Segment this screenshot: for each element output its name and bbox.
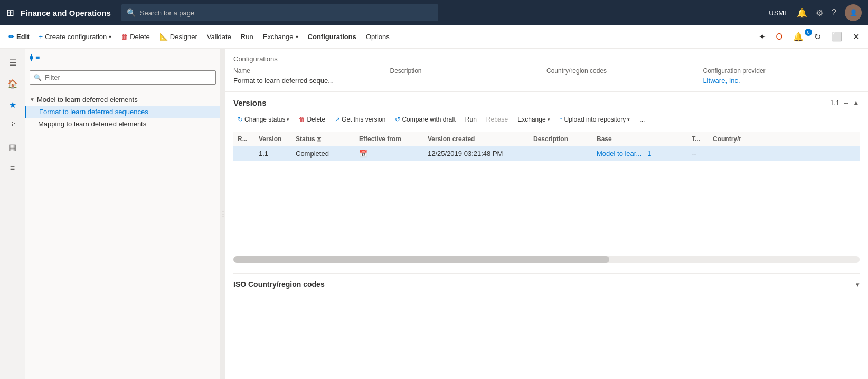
avatar[interactable]: 👤 — [845, 4, 862, 21]
close-icon[interactable]: ✕ — [848, 29, 864, 45]
grid-icon[interactable]: ⊞ — [6, 7, 14, 19]
exchange-button[interactable]: Exchange ▾ — [259, 30, 303, 44]
upload-button[interactable]: ↑ Upload into repository ▾ — [555, 114, 635, 125]
refresh-icon[interactable]: ↻ — [810, 29, 825, 45]
tree-child-item-2[interactable]: Mapping to learn deferred elements — [25, 118, 220, 130]
customize-icon[interactable]: ✦ — [754, 29, 770, 45]
cell-effective: 📅 — [355, 146, 423, 161]
plus-icon: + — [39, 33, 43, 41]
config-description-field: Description — [390, 67, 547, 87]
col-country: Country/r — [709, 132, 860, 146]
sidebar-icon-list[interactable]: ≡ — [3, 159, 22, 178]
versions-title: Versions — [233, 98, 267, 107]
splitter[interactable]: ⋮ — [221, 49, 225, 379]
iso-title: ISO Country/region codes — [233, 280, 325, 289]
table-row[interactable]: 1.1 Completed 📅 12/25/2019 03:21:48 PM M… — [233, 146, 860, 161]
collapse-arrow-icon: ▼ — [30, 97, 35, 103]
versions-header: Versions 1.1 -- ▲ — [233, 92, 860, 112]
base-version-link[interactable]: 1 — [647, 150, 651, 158]
create-configuration-button[interactable]: + Create configuration ▾ — [35, 30, 116, 44]
search-placeholder: Search for a page — [140, 9, 194, 17]
get-version-button[interactable]: ↗ Get this version — [331, 114, 390, 125]
search-bar[interactable]: 🔍 Search for a page — [121, 4, 438, 21]
calendar-icon[interactable]: 📅 — [359, 150, 367, 158]
cell-t: -- — [687, 146, 709, 161]
iso-section: ISO Country/region codes ▾ — [233, 273, 860, 295]
iso-header[interactable]: ISO Country/region codes ▾ — [233, 280, 860, 289]
tree-content: ▼ Model to learn deferred elements Forma… — [25, 89, 220, 379]
col-description: Description — [529, 132, 592, 146]
edit-button[interactable]: ✏ Edit — [4, 30, 34, 44]
exchange-chevron-icon: ▾ — [296, 34, 298, 40]
validate-button[interactable]: Validate — [203, 30, 235, 44]
app-title: Finance and Operations — [21, 8, 111, 17]
top-nav-right: USMF 🔔 ⚙ ? 👤 — [769, 4, 862, 21]
version-number: 1.1 — [830, 99, 839, 107]
tree-parent-item[interactable]: ▼ Model to learn deferred elements — [25, 94, 220, 106]
more-button[interactable]: ... — [635, 114, 649, 125]
versions-delete-icon: 🗑 — [299, 116, 305, 123]
config-provider-label: Configuration provider — [703, 67, 852, 75]
maximize-icon[interactable]: ⬜ — [827, 29, 846, 45]
tree-parent-label: Model to learn deferred elements — [37, 96, 138, 104]
versions-run-button[interactable]: Run — [461, 114, 481, 125]
status-filter-icon[interactable]: ⧖ — [317, 135, 321, 143]
versions-separator: -- — [844, 99, 848, 107]
iso-collapse-button[interactable]: ▾ — [856, 281, 860, 289]
designer-button[interactable]: 📐 Designer — [155, 30, 202, 44]
settings-icon[interactable]: ⚙ — [816, 8, 823, 18]
config-provider-value[interactable]: Litware, Inc. — [703, 77, 852, 87]
designer-icon: 📐 — [159, 33, 168, 41]
versions-exchange-button[interactable]: Exchange ▾ — [513, 114, 554, 125]
base-link[interactable]: Model to lear... — [597, 150, 641, 158]
filter-icon: ⧫ — [30, 53, 33, 61]
help-icon[interactable]: ? — [832, 8, 836, 17]
versions-table: R... Version Status ⧖ Effective from Ver… — [233, 132, 860, 161]
horizontal-scrollbar[interactable] — [233, 256, 860, 263]
sidebar-icon-star[interactable]: ★ — [3, 95, 22, 114]
config-fields: Name Format to learn deferred seque... D… — [233, 67, 860, 87]
notification-icon[interactable]: 🔔 — [797, 8, 807, 18]
change-status-icon: ↻ — [238, 116, 243, 123]
config-country-value — [546, 77, 695, 87]
list-icon: ≡ — [35, 53, 40, 61]
cell-country — [709, 146, 860, 161]
rebase-button[interactable]: Rebase — [482, 114, 512, 125]
sidebar-icon-hamburger[interactable]: ☰ — [3, 53, 22, 72]
col-version: Version — [254, 132, 291, 146]
versions-table-body: 1.1 Completed 📅 12/25/2019 03:21:48 PM M… — [233, 146, 860, 161]
create-chevron-icon: ▾ — [109, 34, 111, 40]
versions-collapse-button[interactable]: ▲ — [853, 99, 860, 107]
office-icon[interactable]: O — [772, 29, 787, 45]
tree-filter-input[interactable] — [30, 70, 216, 85]
change-status-button[interactable]: ↻ Change status ▾ — [233, 114, 294, 125]
tree-child-2-label: Mapping to learn deferred elements — [38, 120, 146, 128]
col-t: T... — [687, 132, 709, 146]
delete-button[interactable]: 🗑 Delete — [117, 30, 154, 44]
upload-icon: ↑ — [560, 116, 563, 123]
compare-icon: ↺ — [395, 116, 400, 123]
sidebar-icons: ☰ 🏠 ★ ⏱ ▦ ≡ — [0, 49, 25, 379]
action-bar-right: ✦ O 🔔 0 ↻ ⬜ ✕ — [754, 29, 864, 45]
cell-created: 12/25/2019 03:21:48 PM — [423, 146, 529, 161]
configurations-button[interactable]: Configurations — [304, 30, 361, 44]
config-description-label: Description — [390, 67, 539, 75]
top-navigation: ⊞ Finance and Operations 🔍 Search for a … — [0, 0, 868, 25]
tree-child-item-1[interactable]: Format to learn deferred sequences — [25, 106, 220, 118]
alert-badge: 0 — [805, 29, 812, 36]
run-button[interactable]: Run — [237, 30, 258, 44]
scrollbar-thumb — [233, 256, 609, 263]
sidebar-icon-recent[interactable]: ⏱ — [3, 116, 22, 135]
compare-button[interactable]: ↺ Compare with draft — [391, 114, 459, 125]
cell-version: 1.1 — [254, 146, 291, 161]
config-country-label: Country/region codes — [546, 67, 695, 75]
tree-filter-section: 🔍 — [25, 66, 220, 89]
sidebar-icon-workspaces[interactable]: ▦ — [3, 137, 22, 156]
sidebar-icon-home[interactable]: 🏠 — [3, 74, 22, 93]
cell-status: Completed — [291, 146, 355, 161]
options-button[interactable]: Options — [362, 30, 394, 44]
col-status: Status ⧖ — [291, 132, 355, 146]
col-base: Base — [592, 132, 687, 146]
versions-delete-button[interactable]: 🗑 Delete — [295, 114, 329, 125]
action-bar: ✏ Edit + Create configuration ▾ 🗑 Delete… — [0, 25, 868, 49]
